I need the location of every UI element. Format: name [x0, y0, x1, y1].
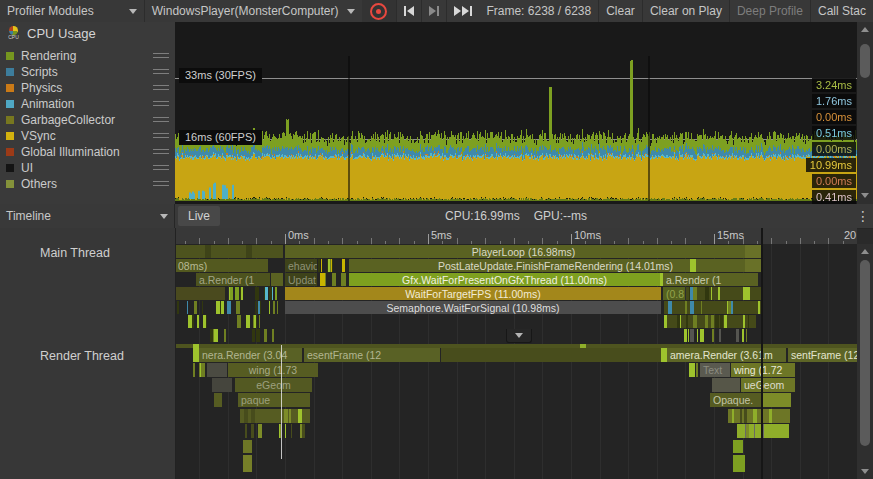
- legend-item-animation[interactable]: Animation: [0, 96, 175, 112]
- timeline-scrollbar-thumb[interactable]: [860, 260, 870, 446]
- timeline-slice-cluster[interactable]: [226, 287, 283, 300]
- timeline-bar[interactable]: wing (1.73: [228, 363, 318, 377]
- legend-item-physics[interactable]: Physics: [0, 80, 175, 96]
- drag-handle-icon[interactable]: [153, 165, 169, 173]
- legend-item-rendering[interactable]: Rendering: [0, 48, 175, 64]
- cpu-usage-chart[interactable]: [175, 22, 857, 204]
- timeline-bar[interactable]: a.Render (1: [663, 273, 758, 286]
- current-frame-button[interactable]: [446, 0, 479, 22]
- timeline-view-dropdown[interactable]: Timeline: [0, 204, 175, 228]
- chart-scrollbar[interactable]: [857, 22, 873, 204]
- timeline-bar-fragment[interactable]: [205, 245, 211, 258]
- drag-handle-icon[interactable]: [153, 117, 169, 125]
- thread-label-render[interactable]: Render Thread: [40, 349, 124, 363]
- timeline-slice-cluster[interactable]: [175, 301, 281, 314]
- timeline-slice-cluster[interactable]: [688, 363, 699, 377]
- expand-collapse-button[interactable]: [506, 329, 532, 343]
- next-frame-button[interactable]: [421, 0, 446, 22]
- profiler-modules-dropdown[interactable]: Profiler Modules: [0, 0, 144, 22]
- timeline-bar[interactable]: wing (1.72: [731, 363, 795, 377]
- timeline-bar[interactable]: Gfx.WaitForPresentOnGfxThread (11.00ms): [349, 273, 660, 286]
- clear-on-play-button[interactable]: Clear on Play: [642, 0, 729, 22]
- timeline-bar-fragment[interactable]: [212, 378, 232, 392]
- timeline-bar-fragment[interactable]: [733, 440, 743, 453]
- timeline-slice-cluster[interactable]: [196, 329, 282, 342]
- scroll-up-icon[interactable]: [861, 27, 869, 32]
- legend-item-garbagecollector[interactable]: GarbageCollector: [0, 112, 175, 128]
- timeline-bar-fragment[interactable]: [690, 259, 696, 272]
- legend-item-ui[interactable]: UI: [0, 160, 175, 176]
- clear-button[interactable]: Clear: [598, 0, 642, 22]
- timeline-slice-cluster[interactable]: [240, 409, 310, 423]
- timeline-bar[interactable]: paque: [238, 393, 310, 407]
- timeline-bar[interactable]: a.Render (1: [196, 273, 270, 286]
- timeline-bar[interactable]: amera.Render (3.61m: [667, 348, 786, 362]
- timeline-bar[interactable]: eGeom: [235, 378, 312, 392]
- timeline-bar-fragment[interactable]: [712, 378, 740, 392]
- timeline-bar-fragment[interactable]: [243, 455, 252, 472]
- timeline-bar[interactable]: ueGeom: [741, 378, 795, 392]
- timeline-slice-cluster[interactable]: [737, 424, 789, 438]
- timeline-bar[interactable]: Semaphore.WaitForSignal (10.98ms): [285, 301, 661, 314]
- timeline-bar[interactable]: Text: [700, 363, 730, 377]
- scroll-up-icon[interactable]: [861, 249, 869, 254]
- drag-handle-icon[interactable]: [153, 53, 169, 61]
- chart-scrollbar-thumb[interactable]: [860, 44, 870, 78]
- timeline-bar-fragment[interactable]: [763, 393, 791, 407]
- timeline-bar-fragment[interactable]: [214, 393, 222, 407]
- legend-item-scripts[interactable]: Scripts: [0, 64, 175, 80]
- drag-handle-icon[interactable]: [153, 181, 169, 189]
- timeline-bar-fragment[interactable]: [207, 363, 227, 377]
- timeline-bar-fragment[interactable]: [175, 245, 283, 258]
- timeline-bar[interactable]: 08ms): [175, 259, 268, 272]
- scroll-down-icon[interactable]: [861, 469, 869, 474]
- target-dropdown[interactable]: WindowsPlayer(MonsterComputer): [144, 0, 362, 22]
- timeline-bar[interactable]: Updat: [285, 273, 317, 286]
- timeline-bar[interactable]: PlayerLoop (16.98ms): [285, 245, 762, 258]
- timeline-bar-fragment[interactable]: [175, 287, 225, 300]
- timeline-bar-fragment[interactable]: [441, 348, 661, 362]
- drag-handle-icon[interactable]: [153, 85, 169, 93]
- timeline-bar[interactable]: ehavio: [285, 259, 317, 272]
- drag-handle-icon[interactable]: [153, 133, 169, 141]
- timeline-slice-cluster[interactable]: [686, 287, 762, 300]
- call-stacks-button[interactable]: Call Stac: [810, 0, 873, 22]
- drag-handle-icon[interactable]: [153, 101, 169, 109]
- timeline-slice-cluster[interactable]: [318, 259, 349, 272]
- record-button[interactable]: [362, 0, 397, 22]
- timeline-bar-fragment[interactable]: [243, 440, 252, 453]
- timeline-slice: [269, 301, 270, 314]
- timeline-slice-cluster[interactable]: [318, 273, 349, 286]
- scroll-down-icon[interactable]: [861, 193, 869, 198]
- timeline-slice-cluster[interactable]: [664, 329, 752, 342]
- timeline-scrollbar[interactable]: [857, 244, 873, 479]
- timeline-bar-fragment[interactable]: [733, 455, 745, 472]
- timeline-canvas[interactable]: PlayerLoop (16.98ms)08ms)ehavioPostLateU…: [175, 244, 873, 479]
- timeline-slice-cluster[interactable]: [664, 301, 762, 314]
- drag-handle-icon[interactable]: [153, 149, 169, 157]
- timeline-slice-cluster[interactable]: [664, 315, 756, 328]
- first-frame-button[interactable]: [396, 0, 421, 22]
- timeline-bar[interactable]: nera.Render (3.04: [199, 348, 302, 362]
- legend-item-others[interactable]: Others: [0, 176, 175, 192]
- timeline-bar-fragment[interactable]: [745, 259, 762, 272]
- timeline-bar-fragment[interactable]: [246, 245, 252, 258]
- drag-handle-icon[interactable]: [153, 69, 169, 77]
- timeline-bar[interactable]: esentFrame (12: [304, 348, 440, 362]
- kebab-menu-icon[interactable]: ⋮: [855, 206, 871, 226]
- time-ruler[interactable]: 0ms5ms10ms15ms20: [175, 228, 857, 245]
- timeline-slice-cluster[interactable]: [193, 363, 206, 377]
- timeline-slice-cluster[interactable]: [240, 424, 310, 438]
- timeline-bar-fragment[interactable]: [271, 273, 283, 286]
- timeline-bar[interactable]: WaitForTargetFPS (11.00ms): [285, 287, 661, 300]
- cpu-module-header[interactable]: CPU CPU Usage: [6, 26, 96, 41]
- deep-profile-button[interactable]: Deep Profile: [729, 0, 810, 22]
- timeline-bar[interactable]: PostLateUpdate.FinishFrameRendering (14.…: [349, 259, 762, 272]
- thread-label-main[interactable]: Main Thread: [40, 246, 110, 260]
- timeline-slice-cluster[interactable]: [178, 315, 278, 328]
- timeline-bar[interactable]: (0.8: [663, 287, 685, 300]
- legend-item-vsync[interactable]: VSync: [0, 128, 175, 144]
- timeline-bar-fragment[interactable]: [745, 245, 762, 258]
- legend-item-global-illumination[interactable]: Global Illumination: [0, 144, 175, 160]
- timeline-slice-cluster[interactable]: [728, 409, 790, 423]
